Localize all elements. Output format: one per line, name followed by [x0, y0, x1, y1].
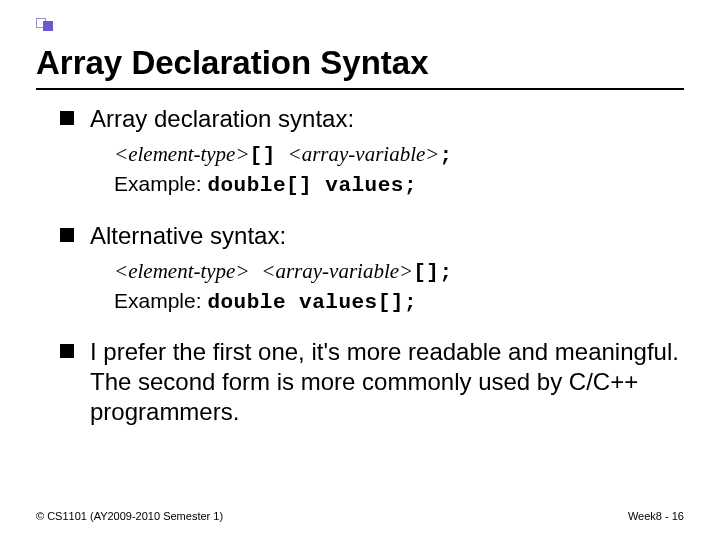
bullet-item: Array declaration syntax: — [60, 104, 684, 134]
syntax-element-type: <element-type> — [114, 259, 250, 283]
bullet-text: I prefer the first one, it's more readab… — [90, 337, 684, 427]
syntax-semicolon: ; — [439, 144, 452, 167]
content-area: Array declaration syntax: <element-type>… — [60, 104, 684, 427]
bullet-item: Alternative syntax: — [60, 221, 684, 251]
square-bullet-icon — [60, 111, 74, 125]
bullet-text: Alternative syntax: — [90, 221, 286, 251]
syntax-array-variable: <array-variable> — [261, 259, 413, 283]
example-line: Example: double values[]; — [114, 287, 684, 317]
footer-left: © CS1101 (AY2009-2010 Semester 1) — [36, 510, 223, 522]
bullet-sub: <element-type> <array-variable>[]; Examp… — [114, 257, 684, 318]
example-label: Example: — [114, 289, 207, 312]
example-code: double[] values; — [207, 174, 417, 197]
square-bullet-icon — [60, 228, 74, 242]
bullet-item: I prefer the first one, it's more readab… — [60, 337, 684, 427]
footer: © CS1101 (AY2009-2010 Semester 1) Week8 … — [36, 510, 684, 522]
syntax-line: <element-type>[] <array-variable>; — [114, 140, 684, 170]
syntax-brackets-semi: []; — [413, 261, 452, 284]
footer-right: Week8 - 16 — [628, 510, 684, 522]
slide: Array Declaration Syntax Array declarati… — [0, 0, 720, 540]
syntax-line: <element-type> <array-variable>[]; — [114, 257, 684, 287]
deco-square-filled — [43, 21, 53, 31]
square-bullet-icon — [60, 344, 74, 358]
page-title: Array Declaration Syntax — [36, 44, 684, 82]
example-label: Example: — [114, 172, 207, 195]
syntax-brackets: [] — [250, 144, 276, 167]
title-underline — [36, 88, 684, 90]
corner-decoration — [36, 18, 56, 28]
syntax-array-variable: <array-variable> — [288, 142, 440, 166]
bullet-text: Array declaration syntax: — [90, 104, 354, 134]
example-code: double values[]; — [207, 291, 417, 314]
example-line: Example: double[] values; — [114, 170, 684, 200]
syntax-element-type: <element-type> — [114, 142, 250, 166]
bullet-sub: <element-type>[] <array-variable>; Examp… — [114, 140, 684, 201]
